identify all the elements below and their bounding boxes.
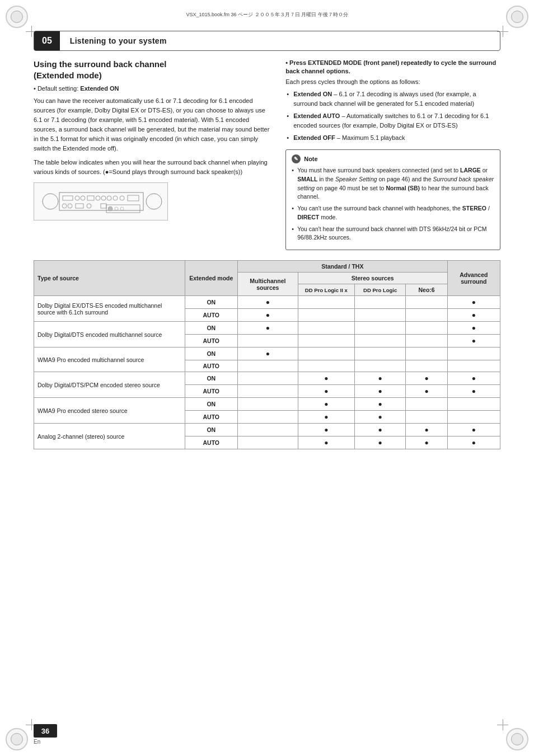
advanced-cell [447,424,500,436]
multichannel-cell [237,296,298,309]
pro_logic-cell [354,398,406,411]
note-header: ✎ Note [292,154,494,163]
lang-label: En [34,739,57,745]
source-cell: WMA9 Pro encoded stereo source [34,398,185,424]
source-cell: Dolby Digital EX/DTS-ES encoded multicha… [34,296,185,322]
dot-indicator [472,299,476,306]
dot-indicator [324,375,328,382]
option-on-label: Extended ON [293,91,332,97]
svg-point-10 [120,196,124,200]
corner-decoration-br [506,728,528,750]
advanced-cell [447,348,500,360]
multichannel-cell [237,309,298,322]
right-column: • Press EXTENDED MODE (front panel) repe… [285,59,500,250]
pro_logic2-cell [298,322,354,335]
note-title: Note [304,156,317,162]
svg-rect-2 [63,196,73,200]
svg-point-13 [68,204,72,208]
source-cell: Dolby Digital/DTS/PCM encoded stereo sou… [34,372,185,398]
neo6-cell [406,309,447,322]
options-list: Extended ON – 6.1 or 7.1 decoding is alw… [285,90,500,143]
col-multichannel-header: Multichannel sources [237,273,298,296]
pro_logic2-cell [298,436,354,449]
diagram-svg [39,185,162,218]
dot-indicator [472,439,476,446]
corner-decoration-tr [506,6,528,28]
neo6-cell [406,360,447,372]
advanced-cell [447,372,500,385]
dot-indicator [378,401,382,407]
pro_logic2-cell [298,385,354,398]
table-row: Dolby Digital/DTS/PCM encoded stereo sou… [34,372,500,385]
dot-indicator [472,312,476,318]
multichannel-cell [237,398,298,411]
instruction-bold: • Press EXTENDED MODE (front panel) repe… [285,59,500,76]
advanced-cell [447,411,500,424]
diagram-inner [34,183,167,220]
header-bar: 05 Listening to your system [34,31,500,51]
dot-indicator [378,414,382,420]
col-stereo-sources-header: Stereo sources [298,273,447,284]
pro_logic2-cell [298,398,354,411]
mode-cell: ON [185,348,237,360]
svg-point-12 [62,204,67,208]
mode-cell: ON [185,322,237,335]
mode-cell: AUTO [185,436,237,449]
dot-indicator [378,439,382,446]
heading-line1: Using the surround back channel [34,59,167,69]
pro_logic2-cell [298,335,354,348]
chapter-title: Listening to your system [60,36,167,45]
option-off-label: Extended OFF [293,134,335,141]
mode-cell: AUTO [185,411,237,424]
source-cell: WMA9 Pro encoded multichannel source [34,348,185,372]
dot-indicator [324,439,328,446]
neo6-cell [406,372,447,385]
advanced-cell [447,385,500,398]
content-area: Using the surround back channel (Extende… [34,59,500,711]
note-list: You must have surround back speakers con… [292,166,494,242]
pro_logic-cell [354,411,406,424]
pro_logic-cell [354,385,406,398]
dot-indicator [472,426,476,433]
dot-indicator [324,426,328,433]
multichannel-cell [237,322,298,335]
neo6-cell [406,436,447,449]
col-neo6-header: Neo:6 [406,284,447,296]
option-off-text: – Maximum 5.1 playback [337,134,405,141]
body-text-1: You can have the receiver automatically … [34,96,270,153]
mode-cell: ON [185,296,237,309]
pro_logic2-cell [298,360,354,372]
table-row: Dolby Digital/DTS encoded multichannel s… [34,322,500,335]
dot-indicator [266,350,270,357]
svg-rect-16 [101,204,106,208]
option-auto-label: Extended AUTO [293,112,340,119]
dot-indicator [324,388,328,395]
corner-decoration-tl [6,6,28,28]
mode-cell: AUTO [185,360,237,372]
svg-rect-14 [76,204,83,208]
svg-point-8 [107,196,111,200]
svg-point-15 [87,204,91,208]
mode-cell: AUTO [185,309,237,322]
col-pro-logic2-header: DD Pro Logic II x [298,284,354,296]
dot-indicator [424,439,428,446]
table-row: Analog 2-channel (stereo) sourceON [34,424,500,436]
dot-indicator [424,426,428,433]
neo6-cell [406,385,447,398]
dot-indicator [472,337,476,344]
dot-indicator [378,375,382,382]
col-advanced-header: Advanced surround [447,261,500,296]
corner-decoration-bl [6,728,28,750]
multichannel-cell [237,385,298,398]
svg-rect-11 [128,195,139,201]
multichannel-cell [237,372,298,385]
option-extended-off: Extended OFF – Maximum 5.1 playback [285,133,500,143]
pro_logic2-cell [298,348,354,360]
option-extended-auto: Extended AUTO – Automatically switches t… [285,111,500,130]
pro_logic2-cell [298,309,354,322]
small-print-top: VSX_1015.book.fm 36 ページ ２００５年３月７日 月曜日 午後… [186,11,348,18]
svg-point-19 [108,206,113,211]
svg-point-20 [115,207,118,210]
section-sub: • Default setting: Extended ON [34,85,270,92]
pro_logic-cell [354,424,406,436]
